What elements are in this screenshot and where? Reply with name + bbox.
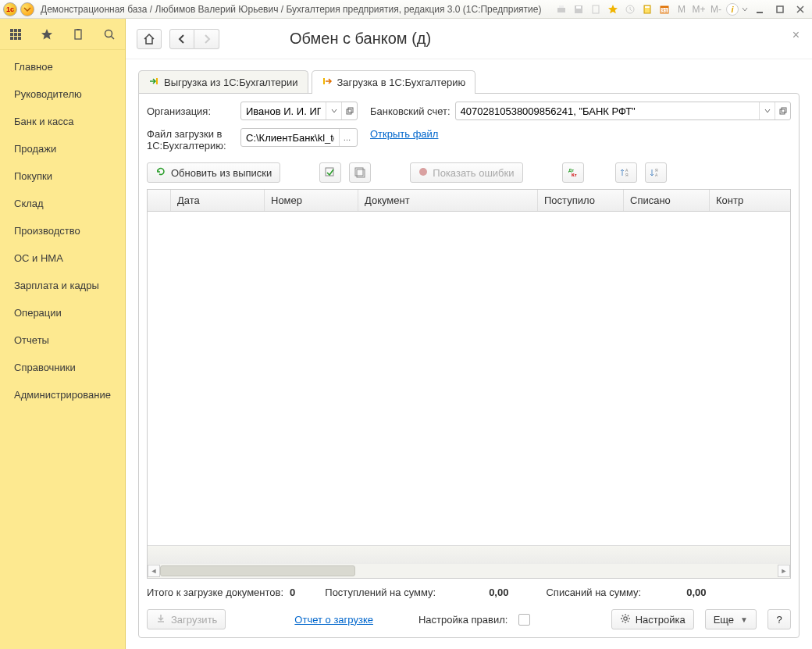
sidebar-item-sales[interactable]: Продажи bbox=[0, 135, 125, 162]
toolbar-m-icon[interactable]: M bbox=[675, 2, 689, 16]
scroll-thumb[interactable] bbox=[160, 565, 355, 576]
sidebar-item-catalogs[interactable]: Справочники bbox=[0, 354, 125, 381]
sort-asc-button[interactable]: АЯ bbox=[615, 162, 637, 183]
toolbar-print-icon[interactable] bbox=[554, 2, 568, 16]
col-date[interactable]: Дата bbox=[171, 190, 265, 211]
toolbar-doc-icon[interactable] bbox=[589, 2, 603, 16]
deselect-all-button[interactable] bbox=[349, 162, 371, 183]
window-close-icon[interactable] bbox=[792, 2, 809, 16]
col-check[interactable] bbox=[148, 190, 171, 211]
sidebar-item-bank[interactable]: Банк и касса bbox=[0, 108, 125, 135]
toolbar-info-icon[interactable]: i bbox=[726, 3, 739, 16]
svg-text:Кт: Кт bbox=[572, 173, 577, 177]
help-button[interactable]: ? bbox=[767, 609, 791, 629]
show-errors-button[interactable]: Показать ошибки bbox=[410, 162, 522, 183]
sidebar-item-admin[interactable]: Администрирование bbox=[0, 381, 125, 408]
org-field[interactable] bbox=[240, 102, 358, 120]
back-button[interactable] bbox=[169, 29, 194, 49]
bottom-toolbar: Загрузить Отчет о загрузке Настройка пра… bbox=[139, 606, 799, 637]
scroll-track[interactable] bbox=[160, 565, 778, 577]
file-field[interactable]: … bbox=[240, 128, 358, 147]
sidebar-item-hr[interactable]: Зарплата и кадры bbox=[0, 272, 125, 299]
svg-text:31: 31 bbox=[661, 8, 668, 13]
tab-import-label: Загрузка в 1С:Бухгалтерию bbox=[337, 77, 466, 88]
scroll-left-icon[interactable]: ◄ bbox=[148, 565, 160, 577]
settings-button[interactable]: Настройка bbox=[611, 609, 694, 629]
tabs: Выгрузка из 1С:Бухгалтерии Загрузка в 1С… bbox=[138, 70, 800, 94]
sidebar-item-manager[interactable]: Руководителю bbox=[0, 80, 125, 108]
toolbar-save-icon[interactable] bbox=[572, 2, 586, 16]
sidebar-item-production[interactable]: Производство bbox=[0, 217, 125, 244]
svg-line-48 bbox=[621, 620, 622, 621]
refresh-button[interactable]: Обновить из выписки bbox=[147, 162, 280, 183]
open-file-link[interactable]: Открыть файл bbox=[370, 128, 438, 140]
col-number[interactable]: Номер bbox=[265, 190, 358, 211]
close-form-button[interactable]: × bbox=[792, 28, 800, 42]
bank-input[interactable] bbox=[456, 102, 759, 119]
show-errors-label: Показать ошибки bbox=[433, 167, 514, 179]
file-browse-icon[interactable]: … bbox=[339, 129, 354, 146]
sort-desc-button[interactable]: ЯА bbox=[645, 162, 667, 183]
svg-rect-28 bbox=[348, 108, 353, 112]
dropdown-icon[interactable] bbox=[20, 2, 34, 16]
bank-field[interactable] bbox=[455, 102, 791, 120]
forward-button[interactable] bbox=[194, 29, 219, 49]
sidebar-item-assets[interactable]: ОС и НМА bbox=[0, 244, 125, 272]
svg-point-34 bbox=[419, 168, 427, 176]
h-scrollbar[interactable]: ◄ ► bbox=[148, 564, 790, 578]
col-contragent[interactable]: Контр bbox=[710, 190, 790, 211]
svg-rect-4 bbox=[593, 5, 599, 13]
tab-export[interactable]: Выгрузка из 1С:Бухгалтерии bbox=[138, 70, 308, 94]
dtkt-button[interactable]: ДтКт bbox=[562, 162, 584, 183]
col-document[interactable]: Документ bbox=[358, 190, 538, 211]
sidebar-item-warehouse[interactable]: Склад bbox=[0, 190, 125, 217]
sidebar-item-operations[interactable]: Операции bbox=[0, 299, 125, 326]
svg-rect-20 bbox=[14, 37, 17, 40]
error-dot-icon bbox=[418, 167, 428, 179]
toolbar-calc-icon[interactable] bbox=[640, 2, 654, 16]
toolbar-mminus-icon[interactable]: M- bbox=[709, 2, 723, 16]
toolbar-info-dropdown-icon[interactable] bbox=[742, 6, 748, 12]
bank-dropdown-icon[interactable] bbox=[759, 102, 775, 119]
sidebar-item-purchases[interactable]: Покупки bbox=[0, 162, 125, 190]
more-button[interactable]: Еще ▼ bbox=[705, 609, 757, 629]
toolbar-calendar-icon[interactable]: 31 bbox=[657, 2, 671, 16]
file-input[interactable] bbox=[241, 129, 339, 146]
scroll-right-icon[interactable]: ► bbox=[778, 565, 790, 577]
tab-import[interactable]: Загрузка в 1С:Бухгалтерию bbox=[312, 70, 476, 94]
favorites-icon[interactable] bbox=[36, 23, 58, 45]
toolbar-history-icon[interactable] bbox=[623, 2, 637, 16]
select-all-button[interactable] bbox=[319, 162, 341, 183]
org-dropdown-icon[interactable] bbox=[326, 102, 341, 119]
col-incoming[interactable]: Поступило bbox=[538, 190, 624, 211]
col-outgoing[interactable]: Списано bbox=[624, 190, 710, 211]
clipboard-icon[interactable] bbox=[67, 23, 89, 45]
toolbar-star-icon[interactable] bbox=[606, 2, 620, 16]
window-maximize-icon[interactable] bbox=[771, 2, 789, 16]
bank-open-icon[interactable] bbox=[775, 102, 790, 119]
org-input[interactable] bbox=[241, 102, 326, 119]
settings-label: Настройка bbox=[636, 614, 686, 626]
svg-rect-17 bbox=[14, 33, 17, 36]
toolbar-mplus-icon[interactable]: M+ bbox=[692, 2, 706, 16]
load-report-link[interactable]: Отчет о загрузке bbox=[294, 614, 373, 626]
load-label: Загрузить bbox=[171, 614, 217, 626]
home-button[interactable] bbox=[137, 29, 162, 49]
load-button[interactable]: Загрузить bbox=[147, 609, 226, 629]
bank-label: Банковский счет: bbox=[370, 105, 451, 117]
window-minimize-icon[interactable] bbox=[751, 2, 768, 16]
rules-checkbox[interactable] bbox=[518, 614, 530, 626]
org-open-icon[interactable] bbox=[341, 102, 357, 119]
window-title: Демонстрационная база / Любимов Валерий … bbox=[41, 4, 541, 15]
sidebar-item-main[interactable]: Главное bbox=[0, 53, 125, 80]
table-body[interactable] bbox=[148, 212, 790, 545]
content: Выгрузка из 1С:Бухгалтерии Загрузка в 1С… bbox=[126, 59, 812, 649]
more-label: Еще bbox=[714, 614, 734, 626]
app-logo-1c-icon: 1c bbox=[3, 2, 17, 16]
sidebar-item-reports[interactable]: Отчеты bbox=[0, 326, 125, 354]
svg-rect-25 bbox=[156, 78, 158, 84]
sections-menu-icon[interactable] bbox=[5, 23, 27, 45]
search-icon[interactable] bbox=[98, 23, 120, 45]
svg-rect-19 bbox=[10, 37, 13, 40]
tab-panel: Организация: Банковский счет: bbox=[138, 93, 800, 638]
